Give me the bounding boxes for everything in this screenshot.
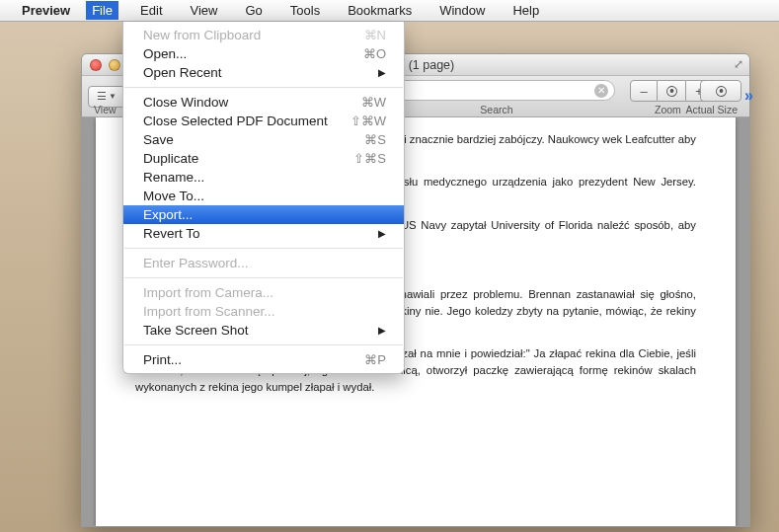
menu-item-label: Move To... <box>143 189 204 203</box>
zoom-out-button[interactable]: – <box>630 80 658 102</box>
view-label: View <box>94 104 117 115</box>
fullscreen-icon[interactable]: ⤢ <box>734 57 743 71</box>
actual-size-label: Actual Size <box>685 104 738 115</box>
menu-item-label: Take Screen Shot <box>143 323 249 338</box>
menu-item-label: Close Window <box>143 95 228 110</box>
menu-item-label: Revert To <box>143 226 200 241</box>
menu-item-import-from-camera: Import from Camera... <box>123 283 404 302</box>
submenu-arrow-icon: ▶ <box>378 67 386 78</box>
menu-view[interactable]: View <box>185 1 224 20</box>
menu-item-enter-password: Enter Password... <box>123 254 404 272</box>
menu-item-print[interactable]: Print...⌘P <box>123 350 404 369</box>
menu-item-open-recent[interactable]: Open Recent▶ <box>123 63 404 82</box>
menubar: Preview File Edit View Go Tools Bookmark… <box>0 0 779 22</box>
menu-shortcut: ⌘P <box>364 352 386 367</box>
menu-item-label: Enter Password... <box>143 256 249 270</box>
menu-item-open[interactable]: Open...⌘O <box>123 44 404 63</box>
menu-item-rename[interactable]: Rename... <box>123 168 404 187</box>
actual-size-button[interactable]: ⦿ <box>700 80 741 102</box>
menu-item-move-to[interactable]: Move To... <box>123 187 404 205</box>
search-label: Search <box>457 104 536 115</box>
toolbar-expand-icon[interactable]: » <box>744 87 753 105</box>
menu-separator <box>124 344 403 345</box>
menu-tools[interactable]: Tools <box>284 1 326 20</box>
menu-shortcut: ⇧⌘S <box>353 151 386 166</box>
menu-shortcut: ⌘O <box>363 46 386 61</box>
app-name[interactable]: Preview <box>22 3 70 18</box>
menu-item-label: Print... <box>143 352 182 367</box>
menu-separator <box>124 87 403 88</box>
menu-separator <box>124 277 403 278</box>
menu-separator <box>124 248 403 249</box>
menu-edit[interactable]: Edit <box>134 1 168 20</box>
menu-item-save[interactable]: Save⌘S <box>123 130 404 149</box>
menu-item-import-from-scanner: Import from Scanner... <box>123 302 404 321</box>
menu-shortcut: ⌘W <box>361 95 386 110</box>
menu-item-new-from-clipboard: New from Clipboard⌘N <box>123 26 404 44</box>
menu-item-label: Close Selected PDF Document <box>143 114 328 128</box>
menu-go[interactable]: Go <box>239 1 268 20</box>
menu-item-label: Rename... <box>143 170 204 185</box>
zoom-fit-button[interactable]: ⦿ <box>658 80 685 102</box>
menu-shortcut: ⌘N <box>364 28 386 42</box>
menu-shortcut: ⇧⌘W <box>351 114 386 128</box>
menu-item-label: New from Clipboard <box>143 28 261 42</box>
menu-window[interactable]: Window <box>433 1 491 20</box>
menu-item-export[interactable]: Export... <box>123 205 404 224</box>
menu-file[interactable]: File <box>86 1 118 20</box>
menu-item-close-selected-pdf-document[interactable]: Close Selected PDF Document⇧⌘W <box>123 112 404 130</box>
menu-item-take-screen-shot[interactable]: Take Screen Shot▶ <box>123 321 404 340</box>
submenu-arrow-icon: ▶ <box>378 325 386 336</box>
menu-item-label: Save <box>143 132 174 147</box>
submenu-arrow-icon: ▶ <box>378 228 386 239</box>
menu-item-label: Import from Scanner... <box>143 304 275 319</box>
menu-item-label: Export... <box>143 207 193 222</box>
file-menu-dropdown: New from Clipboard⌘NOpen...⌘OOpen Recent… <box>122 22 405 374</box>
menu-item-label: Open Recent <box>143 65 222 80</box>
menu-shortcut: ⌘S <box>364 132 386 147</box>
clear-search-icon[interactable]: ✕ <box>594 84 608 98</box>
menu-item-label: Import from Camera... <box>143 285 273 300</box>
menu-item-revert-to[interactable]: Revert To▶ <box>123 224 404 243</box>
menu-help[interactable]: Help <box>506 1 545 20</box>
menu-bookmarks[interactable]: Bookmarks <box>342 1 418 20</box>
menu-item-close-window[interactable]: Close Window⌘W <box>123 93 404 112</box>
menu-item-label: Duplicate <box>143 151 198 166</box>
zoom-label: Zoom <box>655 104 681 115</box>
menu-item-label: Open... <box>143 46 187 61</box>
menu-item-duplicate[interactable]: Duplicate⇧⌘S <box>123 149 404 168</box>
